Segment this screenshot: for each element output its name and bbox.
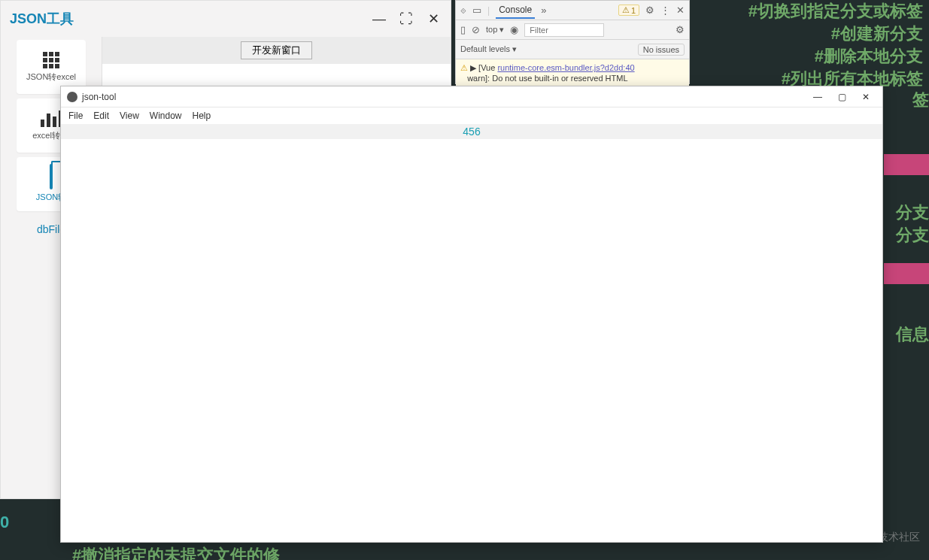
menu-help[interactable]: Help	[193, 110, 211, 121]
json-titlebar: JSON工具 — ⛶ ✕	[1, 1, 451, 37]
bg-partial: 分支	[896, 201, 929, 224]
bg-line: #删除本地分支	[815, 45, 923, 68]
bg-bottom-line: #撤消指定的未提交文件的修	[72, 544, 280, 560]
inspect-icon[interactable]: ⟐	[460, 5, 466, 16]
bars-icon	[41, 110, 62, 127]
window-title: json-tool	[82, 92, 116, 102]
devtools-filterbar: ▯ ⊘ top ▾ ◉ ⚙	[456, 20, 689, 40]
devtools-levelsbar: Default levels ▾ No issues	[456, 40, 689, 59]
menu-file[interactable]: File	[68, 110, 83, 121]
maximize-button[interactable]: ▢	[831, 92, 852, 102]
close-devtools-icon[interactable]: ✕	[676, 5, 685, 16]
child-titlebar: json-tool — ▢ ✕	[61, 86, 882, 107]
console-settings-icon[interactable]: ⚙	[675, 24, 685, 35]
pink-bar	[884, 154, 929, 175]
warning-icon: ⚠	[460, 63, 468, 72]
clear-console-icon[interactable]: ⊘	[472, 24, 480, 35]
minimize-button[interactable]: —	[371, 11, 387, 27]
window-controls: — ⛶ ✕	[371, 11, 442, 27]
content-band: 456	[61, 124, 882, 139]
devtools-tabbar: ⟐ ▭ | Console » ⚠1 ⚙ ⋮ ✕	[456, 1, 689, 20]
eye-icon[interactable]: ◉	[510, 24, 518, 35]
menu-edit[interactable]: Edit	[93, 110, 109, 121]
maximize-button[interactable]: ⛶	[398, 11, 414, 27]
bg-partial: 分支	[896, 224, 929, 247]
grid-icon	[43, 52, 59, 68]
app-title: JSON工具	[10, 10, 74, 28]
close-button[interactable]: ✕	[425, 11, 442, 27]
settings-icon[interactable]: ⚙	[645, 5, 654, 16]
child-content: 456	[61, 124, 882, 542]
devtools-panel: ⟐ ▭ | Console » ⚠1 ⚙ ⋮ ✕ ▯ ⊘ top ▾ ◉ ⚙ D…	[455, 0, 690, 84]
toggle-drawer-icon[interactable]: ▯	[460, 24, 466, 35]
context-select[interactable]: top ▾	[486, 25, 504, 35]
device-toggle-icon[interactable]: ▭	[472, 5, 481, 16]
json-tool-child-window: json-tool — ▢ ✕ File Edit View Window He…	[60, 86, 883, 543]
minimize-button[interactable]: —	[807, 92, 828, 102]
bg-partial: 信息	[896, 323, 929, 346]
levels-select[interactable]: Default levels ▾	[460, 44, 517, 54]
bg-line: #创建新分支	[831, 23, 923, 45]
warning-badge[interactable]: ⚠1	[618, 5, 639, 16]
bg-left-num: 0	[0, 511, 9, 534]
menubar: File Edit View Window Help	[61, 107, 882, 124]
no-issues-badge: No issues	[638, 44, 685, 56]
menu-view[interactable]: View	[120, 110, 139, 121]
kebab-icon[interactable]: ⋮	[660, 5, 670, 16]
close-button[interactable]: ✕	[855, 92, 876, 102]
filter-input[interactable]	[524, 23, 604, 37]
open-new-window-button[interactable]: 开发新窗口	[241, 41, 312, 59]
log-source-link[interactable]: runtime-core.esm-bundler.js?d2dd:40	[497, 63, 634, 72]
pink-bar	[884, 263, 929, 284]
sidebar-label: JSON转excel	[26, 71, 76, 83]
log-prefix: ▶ [Vue	[470, 63, 495, 72]
tab-console[interactable]: Console	[496, 2, 535, 19]
bg-partial: 签	[912, 89, 929, 111]
log-text: warn]: Do not use built-in or reserved H…	[467, 74, 627, 83]
toolbar: 开发新窗口	[102, 37, 451, 64]
content-value: 456	[463, 126, 480, 138]
bg-line: #切换到指定分支或标签	[748, 0, 923, 23]
more-tabs-icon[interactable]: »	[541, 5, 546, 16]
menu-window[interactable]: Window	[150, 110, 182, 121]
folder-icon	[50, 165, 53, 189]
child-window-controls: — ▢ ✕	[807, 92, 876, 102]
app-icon	[67, 92, 77, 102]
